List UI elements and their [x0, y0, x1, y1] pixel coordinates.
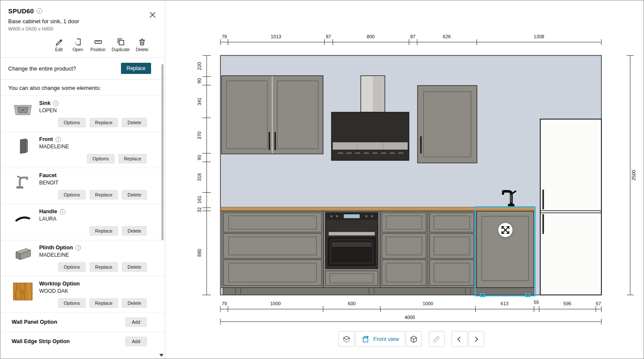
- cube-view-button[interactable]: [406, 331, 422, 347]
- element-item-plinth: Plinth Option i MADELEINE Options Replac…: [0, 240, 165, 276]
- dimension-right: 2500: [627, 55, 636, 295]
- element-name: Front: [39, 136, 53, 142]
- info-icon[interactable]: i: [60, 209, 65, 215]
- delete-button[interactable]: Delete: [122, 190, 147, 199]
- dim-label: 79: [222, 34, 227, 39]
- options-button[interactable]: Options: [87, 154, 115, 163]
- dim-label: 57: [596, 301, 601, 306]
- open-door-icon: [74, 37, 82, 46]
- wall-edge-strip-option-row: Wall Edge Strip Option Add: [0, 331, 165, 351]
- delete-button[interactable]: Delete: [122, 118, 147, 127]
- replace-button[interactable]: Replace: [90, 226, 118, 236]
- close-panel-button[interactable]: [148, 10, 157, 19]
- measure-icon: [432, 335, 441, 344]
- base-cabinet-drawers-left[interactable]: [222, 211, 323, 288]
- info-icon[interactable]: i: [75, 245, 81, 251]
- product-dimensions: W600 x D600 x H800: [8, 26, 155, 31]
- oven-cabinet[interactable]: [323, 211, 380, 288]
- trash-icon: [138, 37, 146, 46]
- element-value: LOPEN: [39, 107, 147, 114]
- dim-label: 800: [367, 34, 375, 39]
- duplicate-icon: [116, 37, 125, 46]
- previous-view-button[interactable]: [452, 331, 468, 347]
- wall-cabinet-left[interactable]: [222, 76, 323, 154]
- options-button[interactable]: Options: [58, 298, 86, 308]
- delete-button[interactable]: Delete: [136, 37, 149, 52]
- element-item-front: Front i MADELEINE Options Replace: [0, 132, 165, 168]
- sink-icon: [13, 102, 33, 117]
- worktop-thumbnail: [12, 281, 34, 308]
- handle-thumbnail: [12, 209, 34, 236]
- faucet-thumbnail: [12, 172, 34, 199]
- replace-button[interactable]: Replace: [90, 190, 118, 199]
- edit-button[interactable]: Edit: [53, 37, 65, 52]
- cube-3d-icon: [409, 335, 418, 344]
- add-row-name: Wall Edge Strip Option: [12, 338, 70, 344]
- element-item-handle: Handle i LAURA Replace Delete: [0, 204, 165, 240]
- info-icon[interactable]: i: [37, 8, 42, 14]
- options-button[interactable]: Options: [58, 262, 86, 272]
- faucet-icon: [13, 174, 33, 190]
- worktop[interactable]: [220, 207, 535, 211]
- element-name: Faucet: [39, 172, 56, 178]
- element-name: Plinth Option: [39, 245, 73, 251]
- dim-label: 880: [197, 249, 202, 257]
- add-wall-edge-strip-button[interactable]: Add: [125, 337, 147, 346]
- perspective-view-button[interactable]: [338, 331, 354, 347]
- sink-thumbnail: [12, 100, 34, 127]
- replace-button[interactable]: Replace: [90, 298, 118, 308]
- options-button[interactable]: Options: [58, 118, 86, 127]
- sink-cabinet-selected[interactable]: [475, 190, 535, 297]
- product-detail-panel: SPUD60 i Base cabinet for sink, 1 door W…: [0, 0, 165, 359]
- pencil-icon: [55, 37, 63, 46]
- dimension-left: 220 90 341 370 90 318 161 32 880: [197, 55, 211, 295]
- duplicate-button[interactable]: Duplicate: [111, 37, 130, 52]
- product-subtitle: Base cabinet for sink, 1 door: [8, 18, 155, 25]
- delete-button[interactable]: Delete: [122, 226, 147, 236]
- delete-button[interactable]: Delete: [122, 298, 147, 308]
- replace-button[interactable]: Replace: [90, 118, 118, 127]
- options-button[interactable]: Options: [58, 190, 86, 199]
- element-value: WOOD OAK: [39, 288, 147, 294]
- next-view-button[interactable]: [468, 331, 484, 347]
- replace-button[interactable]: Replace: [90, 262, 118, 272]
- dim-label: 318: [197, 173, 202, 181]
- perspective-view-icon: [342, 335, 351, 344]
- base-cabinet-drawers-right[interactable]: [380, 211, 476, 288]
- scroll-down-icon[interactable]: [159, 354, 164, 357]
- dim-label: 600: [348, 301, 356, 306]
- info-icon[interactable]: i: [53, 101, 59, 106]
- replace-product-row: Change the entire product? Replace: [0, 58, 165, 79]
- measure-button[interactable]: [429, 331, 445, 347]
- change-product-label: Change the entire product?: [8, 65, 76, 72]
- dim-label: 55: [534, 300, 539, 305]
- front-view-button[interactable]: Front view: [355, 331, 405, 347]
- dim-label: 2500: [631, 170, 636, 180]
- dim-label: 1000: [423, 301, 433, 306]
- dim-label: 90: [197, 155, 202, 160]
- info-icon[interactable]: i: [56, 137, 61, 142]
- open-button[interactable]: Open: [71, 37, 84, 52]
- plinth[interactable]: [223, 288, 534, 295]
- dim-label: 613: [501, 301, 508, 306]
- fridge-freezer[interactable]: [540, 119, 601, 295]
- element-value: MADELEINE: [39, 252, 147, 258]
- replace-button[interactable]: Replace: [118, 154, 147, 163]
- front-view-icon: [361, 335, 370, 344]
- element-value: LAURA: [39, 216, 147, 222]
- dim-label: 4000: [405, 315, 415, 320]
- dimension-top: 79 1013 87 800 87 626 1308: [220, 34, 601, 45]
- elements-hint: You can also change some elements:: [0, 80, 165, 95]
- position-button[interactable]: Position: [90, 37, 106, 52]
- panel-header: SPUD60 i Base cabinet for sink, 1 door W…: [0, 0, 165, 57]
- replace-product-button[interactable]: Replace: [121, 63, 151, 74]
- move-handle[interactable]: [498, 223, 513, 237]
- add-wall-panel-button[interactable]: Add: [125, 317, 147, 327]
- view-toolbar: Front view: [338, 331, 484, 347]
- close-icon: [149, 12, 156, 18]
- dim-label: 1013: [271, 34, 281, 39]
- delete-button[interactable]: Delete: [122, 262, 147, 272]
- element-name: Handle: [39, 209, 57, 215]
- panel-scrollbar[interactable]: [161, 64, 164, 240]
- wall-cabinet-right[interactable]: [418, 86, 477, 163]
